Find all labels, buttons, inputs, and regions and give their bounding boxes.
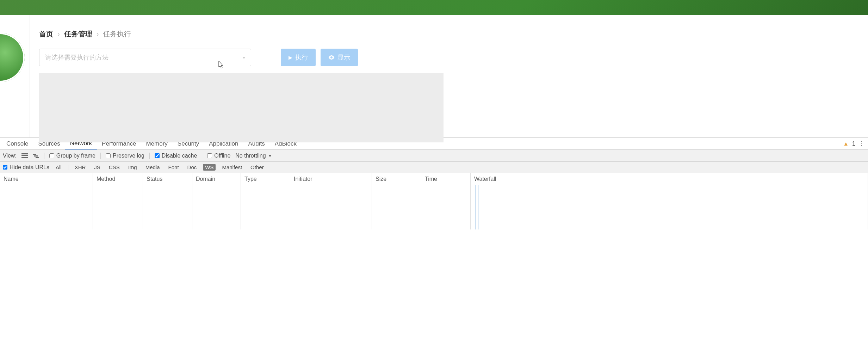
table-col (93, 185, 143, 229)
col-waterfall[interactable]: Waterfall (471, 173, 868, 185)
filter-doc[interactable]: Doc (185, 164, 199, 171)
kebab-menu-icon[interactable]: ⋮ (859, 140, 864, 147)
svg-rect-2 (21, 157, 28, 158)
main-content: 首页 › 任务管理 › 任务执行 请选择需要执行的方法 ▾ ▶ 执行 显示 (30, 15, 868, 137)
show-button[interactable]: 显示 (321, 49, 358, 66)
chevron-down-icon: ▾ (243, 55, 245, 60)
filter-xhr[interactable]: XHR (73, 164, 88, 171)
filter-img[interactable]: Img (126, 164, 139, 171)
large-rows-icon[interactable] (21, 153, 28, 158)
throttling-label: No throttling (235, 153, 266, 159)
col-initiator[interactable]: Initiator (290, 173, 372, 185)
separator (202, 153, 202, 159)
table-col (0, 185, 93, 229)
eye-icon (328, 55, 335, 60)
group-by-frame-checkbox[interactable]: Group by frame (49, 153, 95, 159)
throttling-select[interactable]: No throttling ▼ (235, 153, 272, 159)
show-button-label: 显示 (337, 53, 350, 62)
col-type-label: Type (244, 176, 257, 182)
filter-ws[interactable]: WS (203, 164, 216, 171)
preserve-log-checkbox[interactable]: Preserve log (106, 153, 144, 159)
col-time[interactable]: Time (421, 173, 471, 185)
sidebar (0, 15, 30, 137)
group-by-frame-label: Group by frame (56, 153, 95, 159)
filter-font[interactable]: Font (166, 164, 181, 171)
col-name-label: Name (4, 176, 19, 182)
chevron-right-icon: › (97, 30, 99, 38)
preserve-log-label: Preserve log (113, 153, 144, 159)
filter-media[interactable]: Media (143, 164, 162, 171)
view-label: View: (3, 153, 17, 159)
group-by-frame-input[interactable] (49, 153, 54, 158)
col-domain-label: Domain (196, 176, 215, 182)
offline-label: Offline (214, 153, 230, 159)
preserve-log-input[interactable] (106, 153, 111, 158)
avatar (0, 33, 25, 82)
disable-cache-label: Disable cache (162, 153, 197, 159)
col-method[interactable]: Method (93, 173, 143, 185)
table-col (421, 185, 471, 229)
chevron-right-icon: › (57, 30, 60, 38)
disable-cache-input[interactable] (155, 153, 160, 158)
col-size[interactable]: Size (372, 173, 421, 185)
hide-data-urls-checkbox[interactable]: Hide data URLs (3, 164, 49, 171)
waterfall-view-icon[interactable] (33, 153, 39, 158)
table-col (143, 185, 192, 229)
hide-data-urls-input[interactable] (3, 165, 7, 170)
col-status[interactable]: Status (143, 173, 192, 185)
execute-button[interactable]: ▶ 执行 (281, 49, 316, 66)
waterfall-marker (478, 185, 478, 229)
network-filter-bar: Hide data URLs All XHR JS CSS Img Media … (0, 162, 868, 173)
breadcrumb: 首页 › 任务管理 › 任务执行 (39, 29, 859, 39)
play-icon: ▶ (289, 55, 292, 60)
svg-rect-0 (21, 153, 28, 154)
col-initiator-label: Initiator (294, 176, 312, 182)
separator (149, 153, 150, 159)
select-placeholder: 请选择需要执行的方法 (45, 53, 108, 62)
table-col (192, 185, 241, 229)
execute-button-label: 执行 (295, 53, 308, 62)
table-col-waterfall (471, 185, 868, 229)
col-name[interactable]: Name (0, 173, 93, 185)
waterfall-marker (476, 185, 476, 229)
breadcrumb-home[interactable]: 首页 (39, 29, 53, 39)
breadcrumb-section[interactable]: 任务管理 (64, 29, 92, 39)
filter-css[interactable]: CSS (107, 164, 122, 171)
offline-input[interactable] (207, 153, 212, 158)
col-status-label: Status (147, 176, 162, 182)
devtools: Console Sources Network Performance Memo… (0, 137, 868, 229)
col-type[interactable]: Type (241, 173, 290, 185)
breadcrumb-current: 任务执行 (103, 29, 131, 39)
separator (44, 153, 44, 159)
col-size-label: Size (376, 176, 386, 182)
tab-console[interactable]: Console (1, 138, 33, 149)
col-domain[interactable]: Domain (192, 173, 241, 185)
disable-cache-checkbox[interactable]: Disable cache (155, 153, 197, 159)
col-method-label: Method (97, 176, 115, 182)
result-panel (39, 73, 444, 142)
filter-manifest[interactable]: Manifest (220, 164, 244, 171)
table-col (372, 185, 421, 229)
separator (68, 165, 68, 170)
filter-all[interactable]: All (54, 164, 64, 171)
chevron-down-icon: ▼ (268, 153, 272, 158)
network-table: Name Method Status Domain Type Initiator… (0, 173, 868, 229)
table-col (241, 185, 290, 229)
network-toolbar: View: Group by frame Preserve log Disabl… (0, 150, 868, 162)
app-topbar (0, 0, 868, 15)
svg-rect-1 (21, 155, 28, 156)
svg-rect-4 (34, 155, 38, 156)
hide-data-urls-label: Hide data URLs (10, 164, 49, 171)
warning-count: 1 (852, 141, 855, 147)
col-waterfall-label: Waterfall (474, 176, 496, 182)
svg-rect-3 (33, 154, 36, 155)
action-row: 请选择需要执行的方法 ▾ ▶ 执行 显示 (39, 49, 859, 66)
method-select[interactable]: 请选择需要执行的方法 ▾ (39, 49, 251, 66)
warning-icon[interactable]: ▲ (843, 141, 849, 147)
table-body (0, 185, 868, 229)
svg-rect-5 (36, 157, 39, 158)
offline-checkbox[interactable]: Offline (207, 153, 230, 159)
app-body: 首页 › 任务管理 › 任务执行 请选择需要执行的方法 ▾ ▶ 执行 显示 (0, 15, 868, 137)
filter-other[interactable]: Other (248, 164, 266, 171)
filter-js[interactable]: JS (92, 164, 103, 171)
